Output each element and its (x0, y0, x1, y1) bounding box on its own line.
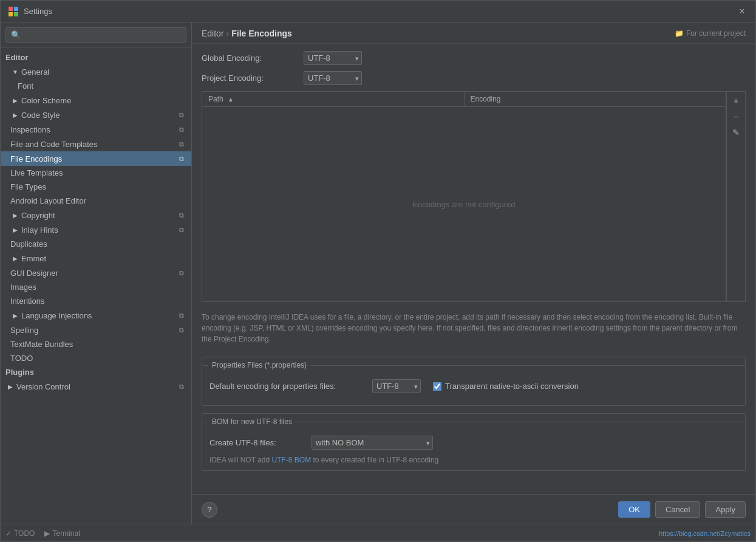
default-encoding-wrapper: UTF-8 UTF-16 (372, 379, 421, 393)
global-encoding-row: Global Encoding: UTF-8 UTF-16 ISO-8859-1 (202, 51, 746, 65)
properties-section: Properties Files (*.properties) Default … (202, 357, 746, 406)
project-encoding-select[interactable]: UTF-8 UTF-16 ISO-8859-1 (304, 71, 362, 85)
default-encoding-select[interactable]: UTF-8 UTF-16 (372, 379, 421, 393)
bom-link[interactable]: UTF-8 BOM (271, 456, 311, 464)
global-encoding-select[interactable]: UTF-8 UTF-16 ISO-8859-1 (304, 51, 362, 65)
apply-button[interactable]: Apply (705, 501, 746, 518)
copy-icon-copyright: ⧉ (177, 210, 186, 220)
add-encoding-button[interactable]: + (729, 94, 743, 108)
transparent-checkbox[interactable] (433, 382, 441, 391)
blog-url-link[interactable]: https://blog.csdn.net/Zcymatics (659, 530, 751, 537)
create-utf8-row: Create UTF-8 files: with NO BOM with BOM… (209, 436, 738, 450)
terminal-status[interactable]: ▶ Terminal (44, 529, 80, 538)
path-column-header[interactable]: Path ▲ (202, 92, 465, 106)
dialog-footer: ? OK Cancel Apply (192, 494, 755, 524)
breadcrumb-separator: › (226, 29, 230, 38)
encoding-hint: To change encoding IntelliJ IDEA uses fo… (202, 307, 746, 349)
status-bar: ✓ TODO ▶ Terminal https://blog.csdn.net/… (1, 524, 755, 541)
sidebar-item-plugins[interactable]: Plugins (1, 365, 191, 379)
sidebar-item-todo[interactable]: TODO (1, 351, 191, 365)
properties-section-title: Properties Files (*.properties) (202, 357, 745, 373)
bom-note: IDEA will NOT add UTF-8 BOM to every cre… (209, 456, 738, 464)
ok-button[interactable]: OK (618, 501, 650, 518)
close-button[interactable]: × (736, 5, 748, 18)
expand-arrow-language: ▶ (10, 310, 20, 320)
sidebar-item-color-scheme[interactable]: ▶ Color Scheme (1, 93, 191, 108)
svg-rect-0 (9, 7, 13, 11)
copy-icon-file-templates: ⧉ (177, 139, 186, 149)
project-encoding-row: Project Encoding: UTF-8 UTF-16 ISO-8859-… (202, 71, 746, 85)
sidebar-item-gui-designer[interactable]: GUI Designer ⧉ (1, 266, 191, 280)
bom-section: BOM for new UTF-8 files Create UTF-8 fil… (202, 413, 746, 471)
sidebar-item-editor[interactable]: Editor (1, 50, 191, 64)
sidebar-item-duplicates[interactable]: Duplicates (1, 237, 191, 251)
copy-icon-spelling: ⧉ (177, 325, 186, 335)
sidebar-item-file-encodings[interactable]: File Encodings ⧉ (1, 151, 191, 166)
sidebar-item-inlay-hints[interactable]: ▶ Inlay Hints ⧉ (1, 222, 191, 237)
encoding-table-container: Path ▲ Encoding Encodings are not config… (202, 91, 746, 302)
search-container (1, 22, 191, 48)
bom-section-body: Create UTF-8 files: with NO BOM with BOM… (202, 430, 745, 470)
project-icon: 📁 (675, 29, 684, 38)
edit-encoding-button[interactable]: ✎ (729, 126, 743, 139)
breadcrumb-current: File Encodings (231, 29, 292, 38)
copy-icon-inlay-hints: ⧉ (177, 225, 186, 235)
global-encoding-label: Global Encoding: (202, 53, 299, 63)
sidebar-item-file-code-templates[interactable]: File and Code Templates ⧉ (1, 137, 191, 151)
sidebar-item-textmate[interactable]: TextMate Bundles (1, 337, 191, 351)
settings-dialog: Settings × Editor ▼ General Font (0, 0, 756, 542)
breadcrumb-parent[interactable]: Editor (202, 29, 224, 38)
sidebar-item-emmet[interactable]: ▶ Emmet (1, 251, 191, 266)
sidebar-item-file-types[interactable]: File Types (1, 180, 191, 194)
settings-content: Global Encoding: UTF-8 UTF-16 ISO-8859-1… (192, 44, 755, 494)
transparent-checkbox-row: Transparent native-to-ascii conversion (433, 382, 579, 391)
sidebar-item-intentions[interactable]: Intentions (1, 294, 191, 308)
expand-arrow-inlay: ▶ (10, 225, 20, 235)
remove-encoding-button[interactable]: − (729, 110, 743, 123)
sidebar-item-language-injections[interactable]: ▶ Language Injections ⧉ (1, 308, 191, 323)
sidebar-item-inspections[interactable]: Inspections ⧉ (1, 122, 191, 137)
sidebar-item-code-style[interactable]: ▶ Code Style ⧉ (1, 108, 191, 122)
help-button[interactable]: ? (202, 502, 217, 518)
svg-rect-1 (14, 7, 18, 11)
cancel-button[interactable]: Cancel (655, 501, 700, 518)
sidebar-item-live-templates[interactable]: Live Templates (1, 166, 191, 180)
default-encoding-label: Default encoding for properties files: (209, 382, 367, 391)
copy-icon-code-style: ⧉ (177, 110, 186, 120)
terminal-label: Terminal (52, 529, 80, 538)
table-empty-message: Encodings are not configured (202, 107, 726, 301)
breadcrumb: Editor › File Encodings (202, 29, 292, 38)
create-utf8-wrapper: with NO BOM with BOM with BOM (if needed… (312, 436, 433, 450)
expand-arrow-emmet: ▶ (10, 253, 20, 263)
sidebar-item-general[interactable]: ▼ General (1, 64, 191, 79)
sidebar-item-version-control[interactable]: ▶ Version Control ⧉ (1, 379, 191, 394)
search-input[interactable] (5, 27, 186, 43)
sidebar-item-spelling[interactable]: Spelling ⧉ (1, 323, 191, 337)
panel-header: Editor › File Encodings 📁 For current pr… (192, 22, 755, 44)
properties-section-body: Default encoding for properties files: U… (202, 373, 745, 405)
sidebar-item-font[interactable]: Font (1, 79, 191, 93)
expand-arrow-color-scheme: ▶ (10, 95, 20, 105)
encoding-column-header[interactable]: Encoding (465, 92, 726, 106)
todo-status[interactable]: ✓ TODO (5, 529, 35, 538)
copy-icon-inspections: ⧉ (177, 125, 186, 134)
project-encoding-label: Project Encoding: (202, 74, 299, 83)
transparent-label: Transparent native-to-ascii conversion (445, 382, 579, 391)
table-header: Path ▲ Encoding (202, 92, 726, 107)
sidebar-item-android-layout[interactable]: Android Layout Editor (1, 194, 191, 208)
create-utf8-select[interactable]: with NO BOM with BOM with BOM (if needed… (312, 436, 433, 450)
copy-icon-version-control: ⧉ (177, 382, 186, 391)
global-encoding-dropdown-wrapper: UTF-8 UTF-16 ISO-8859-1 (304, 51, 362, 65)
sidebar-item-copyright[interactable]: ▶ Copyright ⧉ (1, 208, 191, 222)
copy-icon-file-encodings: ⧉ (177, 154, 186, 163)
sidebar-item-images[interactable]: Images (1, 280, 191, 294)
bom-section-title: BOM for new UTF-8 files (202, 414, 745, 430)
encoding-table-main: Path ▲ Encoding Encodings are not config… (202, 92, 726, 301)
sidebar-tree: Editor ▼ General Font ▶ Color Scheme (1, 48, 191, 524)
for-current-project-label: For current project (686, 29, 746, 38)
svg-rect-2 (9, 12, 13, 16)
sidebar: Editor ▼ General Font ▶ Color Scheme (1, 22, 192, 524)
expand-arrow-code-style: ▶ (10, 110, 20, 120)
todo-label: TODO (14, 529, 35, 538)
default-encoding-row: Default encoding for properties files: U… (209, 379, 738, 393)
